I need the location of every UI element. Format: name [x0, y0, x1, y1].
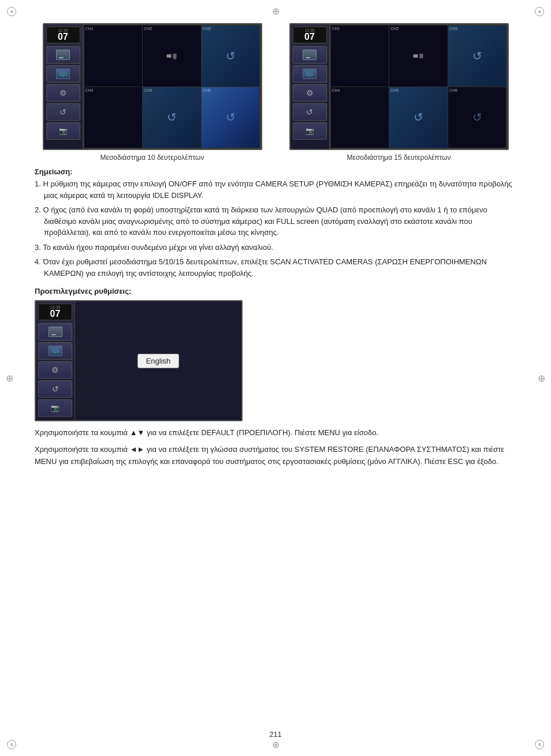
cam-cell-1-4: CH4 — [84, 87, 143, 148]
refresh-btn-1: ↺ — [46, 103, 80, 121]
hdd-btn-1 — [46, 46, 80, 63]
time-widget-1: 12:35 07 — [46, 27, 80, 43]
cam-cell-1-6: CH6 ↺ — [202, 87, 260, 148]
time-large-1: 07 — [49, 32, 77, 42]
caption-15s: Μεσοδιάστημα 15 δευτερολέπτων — [347, 154, 451, 162]
camera-btn-1: 📷 — [46, 122, 80, 140]
hdd-icon-preset — [49, 327, 62, 337]
time-widget-preset: 12:35 07 — [38, 304, 72, 320]
english-button[interactable]: English — [137, 354, 180, 368]
settings-btn-preset: ⚙ — [38, 361, 72, 379]
svg-rect-1 — [62, 76, 64, 77]
refresh-btn-2: ↺ — [293, 103, 327, 121]
cam-cell-2-2: CH2 — [389, 25, 448, 87]
note-item-1: 1. Η ρύθμιση της κάμερας στην επιλογή ON… — [44, 178, 516, 201]
dvr-sidebar-1: 12:35 07 — [44, 24, 83, 149]
settings-btn-2: ⚙ — [293, 84, 327, 102]
playback-btn-preset — [38, 342, 72, 360]
cam-cell-1-1: CH1 — [84, 25, 143, 87]
hdd-icon-1 — [56, 50, 70, 60]
page-container: 12:35 07 — [0, 0, 551, 756]
refresh-icon-preset: ↺ — [52, 384, 59, 394]
camera-icon-2: 📷 — [306, 127, 314, 135]
cam-cell-2-1: CH1 — [331, 25, 389, 87]
dvr-sidebar-2: 12:35 07 — [291, 24, 330, 149]
time-large-preset: 07 — [41, 309, 69, 319]
gear-icon-1: ⚙ — [59, 88, 67, 98]
cam-cell-2-6: CH6 ↺ — [448, 87, 507, 148]
settings-btn-1: ⚙ — [46, 84, 80, 102]
dvr-screen-preset: 12:35 07 — [35, 300, 243, 421]
cam-cell-2-4: CH4 — [331, 87, 389, 148]
monitor-icon-1 — [56, 69, 70, 79]
screenshot-15s: 12:35 07 — [281, 23, 516, 162]
playback-btn-2 — [293, 65, 327, 83]
svg-rect-2 — [306, 71, 314, 76]
preset-section: Προεπιλεγμένες ρυθμίσεις: 12:35 07 — [35, 287, 516, 467]
dvr-grid-2: CH1 CH2 CH3 ↺ CH4 — [330, 24, 508, 149]
cam-cell-1-2: CH2 — [143, 25, 201, 87]
camera-btn-preset: 📷 — [38, 399, 72, 417]
refresh-icon-1: ↺ — [59, 107, 66, 117]
monitor-icon-2 — [303, 69, 317, 79]
page-number: 211 — [269, 730, 282, 739]
preset-label: Προεπιλεγμένες ρυθμίσεις: — [35, 287, 516, 295]
note-item-4: 4. Όταν έχει ρυθμιστεί μεσοδιάστημα 5/10… — [44, 256, 516, 279]
note-item-2: 2. Ο ήχος (από ένα κανάλι τη φορά) υποστ… — [44, 204, 516, 238]
gear-icon-2: ⚙ — [306, 88, 314, 98]
cam-cell-1-5: CH5 ↺ — [143, 87, 201, 148]
camera-btn-2: 📷 — [293, 122, 327, 140]
instruction-1: Χρησιμοποιήστε τα κουμπιά ▲▼ για να επιλ… — [35, 427, 516, 439]
svg-rect-0 — [59, 71, 67, 76]
camera-icon-1: 📷 — [59, 127, 68, 135]
time-widget-2: 12:35 07 — [293, 27, 327, 43]
screenshots-row: 12:35 07 — [35, 23, 516, 162]
svg-rect-5 — [54, 353, 57, 354]
dvr-sidebar-preset: 12:35 07 — [36, 301, 75, 420]
playback-btn-1 — [46, 65, 80, 83]
screenshot-10s: 12:35 07 — [35, 23, 270, 162]
monitor-icon-preset — [49, 346, 62, 356]
time-large-2: 07 — [296, 32, 324, 42]
cam-cell-2-3: CH3 ↺ — [448, 25, 507, 87]
dvr-grid-1: CH1 CH2 CH3 ↺ — [83, 24, 261, 149]
gear-icon-preset: ⚙ — [51, 365, 59, 375]
refresh-btn-preset: ↺ — [38, 380, 72, 398]
hdd-btn-2 — [293, 46, 327, 63]
cam-cell-1-3: CH3 ↺ — [202, 25, 260, 87]
dvr-screen-15s: 12:35 07 — [289, 23, 509, 150]
camera-icon-preset: 📷 — [51, 404, 59, 412]
preset-screen-container: 12:35 07 — [35, 300, 516, 421]
note-item-3: 3. Το κανάλι ήχου παραμένει συνδεμένο μέ… — [44, 242, 516, 253]
notes-section: Σημείωση: 1. Η ρύθμιση της κάμερας στην … — [35, 167, 516, 279]
hdd-btn-preset — [38, 323, 72, 340]
svg-rect-3 — [308, 76, 311, 77]
hdd-icon-2 — [303, 50, 317, 60]
dvr-screen-10s: 12:35 07 — [43, 23, 262, 150]
dvr-english-area: English — [75, 301, 241, 420]
instruction-2: Χρησιμοποιήστε τα κουμπιά ◄► για να επιλ… — [35, 444, 516, 468]
refresh-icon-2: ↺ — [306, 107, 313, 117]
svg-rect-4 — [51, 348, 59, 353]
caption-10s: Μεσοδιάστημα 10 δευτερολέπτων — [100, 154, 204, 162]
notes-label: Σημείωση: — [35, 167, 516, 176]
cam-cell-2-5: CH5 ↺ — [389, 87, 448, 148]
